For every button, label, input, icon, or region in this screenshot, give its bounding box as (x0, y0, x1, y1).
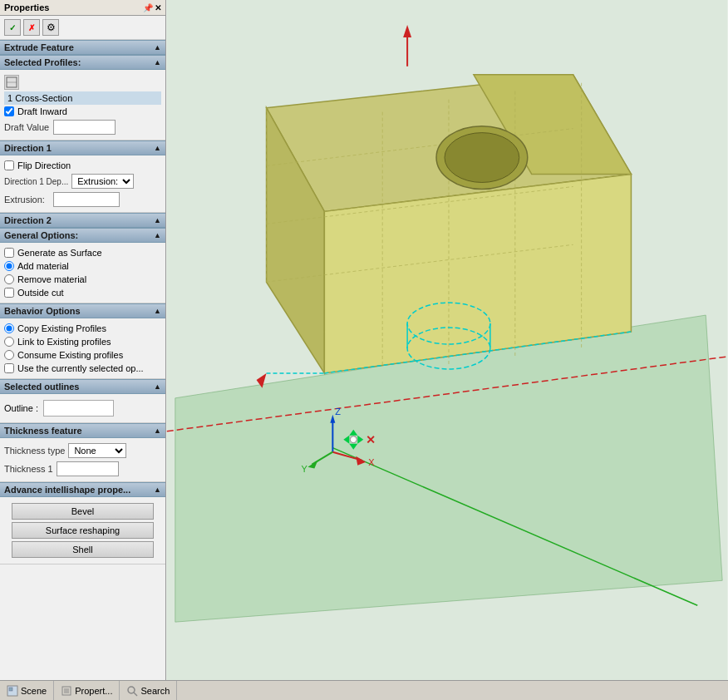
gen-surface-row: Generate as Surface (4, 246, 161, 259)
profile-icon-row (4, 73, 161, 91)
behavior-options-content: Copy Existing Profiles Link to Existing … (0, 318, 165, 379)
svg-line-54 (134, 693, 137, 696)
toolbar: ✓ ✗ ⚙ (0, 16, 165, 40)
svg-rect-48 (9, 688, 12, 691)
section-behavior-options[interactable]: Behavior Options ▲ (0, 303, 165, 318)
section-direction2[interactable]: Direction 2 ▲ (0, 213, 165, 228)
selected-outlines-label: Selected outlines (4, 382, 79, 392)
gen-surface-checkbox[interactable] (4, 248, 14, 258)
tab-scene-label: Scene (21, 686, 47, 696)
thickness1-input[interactable]: 0,000(mm) (57, 461, 119, 476)
gen-surface-label: Generate as Surface (17, 248, 102, 258)
direction2-arrow-icon: ▲ (154, 216, 161, 224)
remove-material-label: Remove material (17, 274, 86, 284)
draft-inward-checkbox[interactable] (4, 106, 14, 116)
section-selected-profiles[interactable]: Selected Profiles: ▲ (0, 55, 165, 70)
outside-cut-checkbox[interactable] (4, 288, 14, 298)
link-profiles-row: Link to Existing profiles (4, 335, 161, 348)
properties-icon (61, 685, 72, 697)
use-selected-checkbox[interactable] (4, 363, 14, 373)
selected-outlines-arrow-icon: ▲ (154, 382, 161, 391)
svg-point-45 (350, 436, 357, 443)
draft-value-input[interactable]: 0,000(deg) (53, 120, 116, 135)
remove-material-radio[interactable] (4, 274, 14, 284)
tab-properties[interactable]: Propert... (54, 681, 120, 700)
reject-button[interactable]: ✗ (23, 19, 40, 36)
add-material-radio[interactable] (4, 261, 14, 271)
use-selected-row: Use the currently selected op... (4, 362, 161, 375)
section-thickness-feature[interactable]: Thickness feature ▲ (0, 423, 165, 438)
profile-item[interactable]: 1 Cross-Section (4, 91, 161, 105)
remove-material-row: Remove material (4, 273, 161, 286)
direction1-label: Direction 1 (4, 143, 52, 153)
behavior-options-label: Behavior Options (4, 306, 81, 316)
search-icon (126, 685, 138, 697)
thickness-type-select[interactable]: None (68, 443, 126, 458)
selected-profiles-label: Selected Profiles: (4, 57, 81, 67)
section-general-options[interactable]: General Options: ▲ (0, 228, 165, 243)
draft-value-label: Draft Value (4, 122, 50, 132)
section-selected-outlines[interactable]: Selected outlines ▲ (0, 379, 165, 394)
draft-inward-label: Draft Inward (17, 106, 67, 116)
direction1-content: Flip Direction Direction 1 Dep... Extrus… (0, 155, 165, 213)
svg-text:X: X (368, 457, 375, 467)
use-selected-label: Use the currently selected op... (17, 363, 144, 373)
svg-text:✕: ✕ (366, 433, 376, 446)
bottom-bar: Scene Propert... Search (0, 680, 728, 700)
svg-point-24 (445, 133, 519, 183)
svg-point-53 (128, 687, 135, 693)
viewport[interactable]: Z X Y ✕ (166, 0, 728, 680)
panel-title-bar: Properties 📌 ✕ (0, 0, 165, 16)
thickness1-row: Thickness 1 0,000(mm) (4, 460, 161, 478)
flip-direction-checkbox[interactable] (4, 160, 14, 170)
section-extrude-feature[interactable]: Extrude Feature ▲ (0, 40, 165, 55)
bevel-button[interactable]: Bevel (12, 503, 153, 520)
shell-button[interactable]: Shell (12, 541, 153, 558)
scene-icon (7, 685, 18, 697)
consume-profiles-radio[interactable] (4, 350, 14, 360)
extrusion-input[interactable]: 50,000(mm) (53, 192, 120, 207)
tab-scene[interactable]: Scene (0, 681, 54, 700)
consume-profiles-label: Consume Existing profiles (17, 350, 123, 360)
thickness1-label: Thickness 1 (4, 464, 53, 474)
accept-button[interactable]: ✓ (4, 19, 21, 36)
section-advance[interactable]: Advance intellishape prope... ▲ (0, 482, 165, 497)
thickness-feature-label: Thickness feature (4, 426, 82, 436)
advance-label: Advance intellishape prope... (4, 485, 130, 495)
section-direction1[interactable]: Direction 1 ▲ (0, 140, 165, 155)
outline-input-box[interactable] (43, 400, 114, 417)
advance-content: Bevel Surface reshaping Shell (0, 497, 165, 564)
surface-reshaping-button[interactable]: Surface reshaping (12, 522, 153, 539)
options-button[interactable]: ⚙ (42, 19, 59, 36)
outline-row: Outline : (4, 397, 161, 419)
thickness-content: Thickness type None Thickness 1 0,000(mm… (0, 438, 165, 482)
properties-panel: Properties 📌 ✕ ✓ ✗ ⚙ Extrude Feature ▲ S… (0, 0, 166, 680)
add-material-label: Add material (17, 261, 69, 271)
pin-icon[interactable]: 📌 (143, 3, 153, 12)
add-material-row: Add material (4, 259, 161, 273)
outline-label: Outline : (4, 403, 38, 413)
behavior-options-arrow-icon: ▲ (154, 307, 161, 315)
general-options-label: General Options: (4, 230, 78, 240)
extrude-arrow-icon: ▲ (154, 43, 161, 52)
close-icon[interactable]: ✕ (155, 3, 161, 12)
extrusion-label: Extrusion: (4, 195, 50, 205)
advance-arrow-icon: ▲ (154, 486, 161, 494)
link-profiles-radio[interactable] (4, 337, 14, 347)
thickness-arrow-icon: ▲ (154, 426, 161, 435)
tab-properties-label: Propert... (75, 686, 112, 696)
tab-search[interactable]: Search (120, 681, 177, 700)
consume-profiles-row: Consume Existing profiles (4, 348, 161, 362)
selected-outlines-content: Outline : (0, 394, 165, 423)
profile-sketch-icon[interactable] (4, 75, 19, 90)
copy-profiles-radio[interactable] (4, 323, 14, 333)
direction1-dep-select[interactable]: Extrusion: (71, 174, 134, 189)
general-options-arrow-icon: ▲ (154, 231, 161, 239)
direction1-arrow-icon: ▲ (154, 144, 161, 152)
flip-direction-label: Flip Direction (17, 160, 71, 170)
panel-title: Properties (4, 2, 49, 12)
draft-inward-row: Draft Inward (4, 105, 161, 118)
profiles-arrow-icon: ▲ (154, 58, 161, 67)
copy-profiles-label: Copy Existing Profiles (17, 323, 106, 333)
flip-direction-row: Flip Direction (4, 159, 161, 172)
